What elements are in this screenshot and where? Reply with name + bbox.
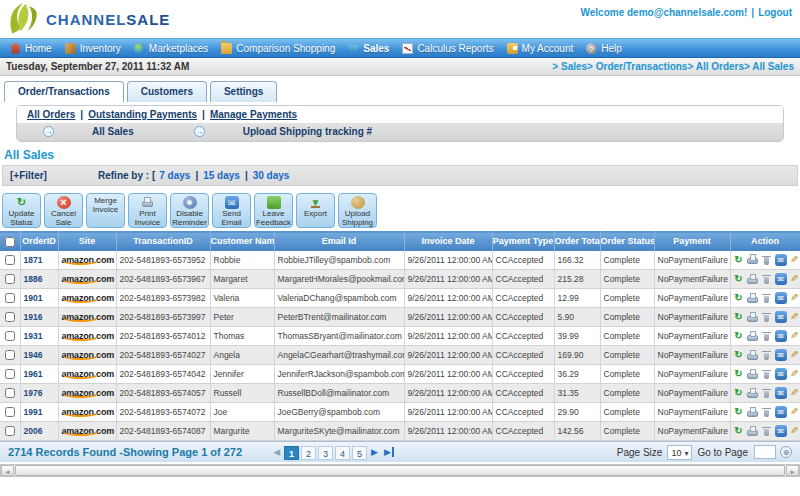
refresh-icon[interactable] bbox=[733, 425, 745, 437]
goto-page-go-icon[interactable] bbox=[780, 446, 792, 458]
trash-icon[interactable] bbox=[761, 368, 773, 380]
tab[interactable]: Settings bbox=[210, 81, 277, 102]
nav-item[interactable]: Marketplaces bbox=[130, 43, 217, 54]
nav-item[interactable]: Comparison Shopping bbox=[217, 43, 344, 54]
mail-icon[interactable] bbox=[775, 349, 787, 361]
order-id-link[interactable]: 1916 bbox=[24, 312, 43, 322]
refresh-icon[interactable] bbox=[733, 349, 745, 361]
filter-toggle[interactable]: [+Filter] bbox=[10, 170, 98, 181]
row-checkbox[interactable] bbox=[5, 293, 15, 303]
printer-icon[interactable] bbox=[747, 292, 759, 304]
edit-icon[interactable] bbox=[789, 292, 800, 304]
trash-icon[interactable] bbox=[761, 425, 773, 437]
breadcrumb-link[interactable]: All Orders bbox=[687, 61, 744, 72]
trash-icon[interactable] bbox=[761, 273, 773, 285]
toolbar-button[interactable]: Merge Invoice bbox=[86, 193, 125, 228]
row-checkbox[interactable] bbox=[5, 350, 15, 360]
nav-item[interactable]: Sales bbox=[344, 43, 398, 54]
printer-icon[interactable] bbox=[747, 368, 759, 380]
refresh-icon[interactable] bbox=[733, 387, 745, 399]
printer-icon[interactable] bbox=[747, 387, 759, 399]
tab[interactable]: Customers bbox=[127, 81, 207, 102]
order-id-link[interactable]: 1976 bbox=[24, 388, 43, 398]
refresh-icon[interactable] bbox=[733, 330, 745, 342]
toolbar-button[interactable]: Upload Shipping bbox=[338, 193, 377, 228]
refresh-icon[interactable] bbox=[733, 368, 745, 380]
order-id-link[interactable]: 1991 bbox=[24, 407, 43, 417]
toolbar-button[interactable]: Send Email bbox=[212, 193, 251, 228]
nav-item[interactable]: My Account bbox=[503, 43, 583, 54]
mail-icon[interactable] bbox=[775, 311, 787, 323]
row-checkbox[interactable] bbox=[5, 255, 15, 265]
order-sublink[interactable]: Manage Payments bbox=[210, 109, 297, 120]
toolbar-button[interactable]: Export bbox=[296, 193, 335, 228]
printer-icon[interactable] bbox=[747, 330, 759, 342]
edit-icon[interactable] bbox=[789, 406, 800, 418]
trash-icon[interactable] bbox=[761, 254, 773, 266]
printer-icon[interactable] bbox=[747, 425, 759, 437]
mail-icon[interactable] bbox=[775, 330, 787, 342]
day-filter-link[interactable]: 15 days bbox=[203, 170, 240, 181]
page-number[interactable]: 3 bbox=[318, 446, 333, 460]
toolbar-button[interactable]: Update Status bbox=[2, 193, 41, 228]
mail-icon[interactable] bbox=[775, 292, 787, 304]
breadcrumb-link[interactable]: Order/Transactions bbox=[587, 61, 687, 72]
mail-icon[interactable] bbox=[775, 273, 787, 285]
row-checkbox[interactable] bbox=[5, 426, 15, 436]
trash-icon[interactable] bbox=[761, 330, 773, 342]
day-filter-link[interactable]: 7 days bbox=[159, 170, 190, 181]
go-arrow-icon[interactable] bbox=[194, 126, 205, 137]
mail-icon[interactable] bbox=[775, 425, 787, 437]
printer-icon[interactable] bbox=[747, 406, 759, 418]
row-checkbox[interactable] bbox=[5, 407, 15, 417]
edit-icon[interactable] bbox=[789, 387, 800, 399]
shortcut-link[interactable]: Upload Shipping tracking # bbox=[243, 126, 372, 137]
scrollbar-thumb[interactable] bbox=[15, 465, 785, 476]
trash-icon[interactable] bbox=[761, 292, 773, 304]
toolbar-button[interactable]: Cancel Sale bbox=[44, 193, 83, 228]
nav-item[interactable]: Help bbox=[582, 43, 631, 54]
row-checkbox[interactable] bbox=[5, 274, 15, 284]
edit-icon[interactable] bbox=[789, 425, 800, 437]
mail-icon[interactable] bbox=[775, 254, 787, 266]
tab[interactable]: Order/Transactions bbox=[4, 81, 124, 102]
order-sublink[interactable]: Outstanding Payments bbox=[88, 109, 197, 120]
printer-icon[interactable] bbox=[747, 273, 759, 285]
edit-icon[interactable] bbox=[789, 330, 800, 342]
shortcut-link[interactable]: All Sales bbox=[92, 126, 134, 137]
edit-icon[interactable] bbox=[789, 273, 800, 285]
select-all-checkbox[interactable] bbox=[5, 237, 15, 247]
nav-item[interactable]: Calculus Reports bbox=[398, 43, 502, 54]
page-number[interactable]: 4 bbox=[335, 446, 350, 460]
breadcrumb-link[interactable]: Sales bbox=[552, 61, 587, 72]
logout-link[interactable]: Logout bbox=[758, 7, 792, 18]
goto-page-input[interactable] bbox=[754, 445, 776, 459]
mail-icon[interactable] bbox=[775, 368, 787, 380]
row-checkbox[interactable] bbox=[5, 312, 15, 322]
order-id-link[interactable]: 1961 bbox=[24, 369, 43, 379]
page-number[interactable]: 2 bbox=[301, 446, 316, 460]
toolbar-button[interactable]: Disable Reminder bbox=[170, 193, 209, 228]
next-page-icon[interactable] bbox=[371, 447, 378, 457]
page-number[interactable]: 5 bbox=[352, 446, 367, 460]
page-size-select[interactable]: 10 bbox=[667, 445, 692, 460]
last-page-icon[interactable] bbox=[384, 447, 394, 457]
prev-page-icon[interactable] bbox=[273, 447, 280, 457]
refresh-icon[interactable] bbox=[733, 273, 745, 285]
printer-icon[interactable] bbox=[747, 311, 759, 323]
edit-icon[interactable] bbox=[789, 254, 800, 266]
order-sublink[interactable]: All Orders bbox=[27, 109, 75, 120]
scroll-left-icon[interactable] bbox=[1, 465, 14, 476]
order-id-link[interactable]: 1901 bbox=[24, 293, 43, 303]
edit-icon[interactable] bbox=[789, 311, 800, 323]
trash-icon[interactable] bbox=[761, 406, 773, 418]
row-checkbox[interactable] bbox=[5, 369, 15, 379]
mail-icon[interactable] bbox=[775, 387, 787, 399]
refresh-icon[interactable] bbox=[733, 406, 745, 418]
toolbar-button[interactable]: Print Invoice bbox=[128, 193, 167, 228]
scroll-right-icon[interactable] bbox=[786, 465, 799, 476]
order-id-link[interactable]: 1946 bbox=[24, 350, 43, 360]
order-id-link[interactable]: 2006 bbox=[24, 426, 43, 436]
edit-icon[interactable] bbox=[789, 349, 800, 361]
breadcrumb-link[interactable]: All Sales bbox=[744, 61, 794, 72]
